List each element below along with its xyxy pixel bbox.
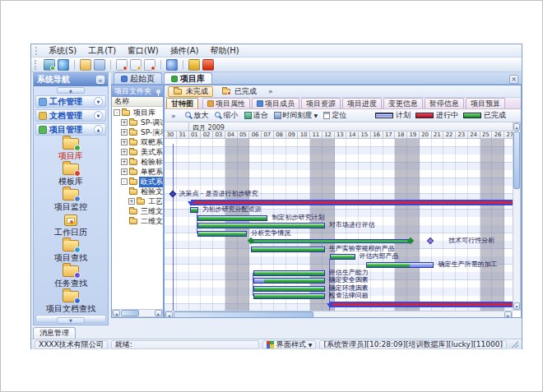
gantt-summary-bar-active[interactable] [191, 200, 513, 205]
tree-item-process-files[interactable]: +工艺文件 [128, 196, 164, 206]
menu-item-plugins[interactable]: 插件(A) [165, 44, 205, 58]
tree-expander-icon[interactable]: + [121, 149, 128, 155]
tree-item-2d-files[interactable]: 二维文件 [128, 216, 164, 226]
gantt-tab-project-progress[interactable]: 项目进度 [342, 98, 382, 108]
tree-item-inspection-standard[interactable]: +检验标准 [121, 157, 164, 167]
filter-complete-button[interactable]: 已完成 [216, 86, 262, 97]
lock-icon[interactable] [188, 59, 200, 71]
filter-incomplete-button[interactable]: 未完成 [168, 86, 213, 97]
help-icon[interactable] [166, 59, 178, 71]
folder-window-icon[interactable] [80, 59, 91, 71]
tree-expander-icon[interactable]: - [114, 109, 120, 116]
scrollbar-thumb[interactable] [174, 311, 313, 318]
gantt-tab-project-budget[interactable]: 项目预算 [466, 98, 505, 108]
chevron-down-icon[interactable]: ▼ [94, 111, 103, 120]
sidebar-group-project-management[interactable]: 项目管理▲ [35, 123, 106, 136]
layout-window-icon[interactable] [94, 59, 105, 71]
menu-item-tools[interactable]: 工具(T) [82, 44, 122, 58]
sidebar-group-document-management[interactable]: 文档管理▼ [35, 109, 106, 122]
menu-item-window[interactable]: 窗口(W) [122, 44, 165, 58]
exit-icon[interactable] [202, 59, 214, 71]
sidebar-scroll-up-button[interactable]: ▲ [57, 87, 85, 94]
tree-expander-icon[interactable]: + [128, 198, 135, 205]
sidebar-item-project-library[interactable]: 项目库 [34, 136, 108, 162]
scroll-left-button[interactable]: ◂ [113, 310, 120, 316]
fit-button[interactable]: 适合 [244, 110, 268, 121]
report-new-icon[interactable] [116, 59, 128, 71]
tree-item-european-series[interactable]: -欧式系列 [121, 177, 164, 187]
tree-item-inspection-files[interactable]: 检验文件 [128, 187, 164, 196]
tree-expander-icon[interactable]: + [121, 119, 128, 126]
scroll-right-button[interactable]: ▸ [155, 310, 162, 316]
locate-button[interactable]: 定位 [323, 110, 346, 121]
sidebar-item-task-search[interactable]: 任务查找 [34, 264, 108, 289]
close-tab-button[interactable]: × [509, 75, 518, 84]
gantt-task-bar[interactable] [253, 270, 325, 276]
tree-expander-icon[interactable]: + [121, 129, 128, 136]
gantt-task-bar[interactable] [190, 207, 198, 213]
tab-start-page[interactable]: 起始页 [114, 72, 162, 84]
globe-icon[interactable] [58, 59, 69, 71]
gantt-task-bar[interactable] [253, 286, 325, 292]
gantt-tab-project-members[interactable]: 项目成员 [252, 98, 299, 108]
tree-item-american-series[interactable]: +美式系列 [121, 147, 164, 157]
tree-item-3d-files[interactable]: 三维文件 [128, 206, 164, 216]
gantt-hscrollbar[interactable]: ◂▸ [165, 311, 513, 318]
scrollbar-thumb[interactable] [121, 310, 139, 316]
tab-project-library[interactable]: 项目库 [164, 72, 212, 84]
sidebar-item-project-search[interactable]: 项目查找 [34, 238, 108, 264]
scrollbar-thumb[interactable] [513, 131, 520, 189]
tree-item-project-library-root[interactable]: -项目库 [114, 108, 157, 118]
tree-item-double-target-series[interactable]: +双靶系列 [121, 137, 164, 147]
tree-expander-icon[interactable]: + [121, 168, 128, 175]
gantt-task-bar[interactable] [251, 247, 325, 252]
scroll-down-button[interactable]: ▾ [513, 302, 520, 310]
zoom-out-button[interactable]: 缩小 [215, 110, 239, 121]
tree-expander-icon[interactable]: + [121, 139, 128, 145]
scroll-left-button[interactable]: ◂ [165, 311, 173, 318]
sidebar-group-work-management[interactable]: 工作管理▼ [35, 95, 106, 108]
gantt-tab-gantt-chart[interactable]: 甘特图 [166, 98, 198, 108]
tree-expander-icon[interactable]: - [121, 178, 128, 185]
tree-hscrollbar[interactable]: ◂▸ [112, 309, 163, 317]
gantt-task-bar[interactable] [253, 293, 325, 299]
pin-icon[interactable] [156, 90, 160, 94]
gantt-tab-change-info[interactable]: 变更信息 [383, 98, 423, 108]
gantt-task-bar[interactable] [253, 278, 325, 284]
interface-style-button[interactable]: 界面样式▼ [262, 340, 317, 349]
sidebar-item-project-document-search[interactable]: 项目文档查找 [34, 289, 108, 315]
gantt-tab-project-properties[interactable]: 项目属性 [202, 98, 250, 108]
report-edit-icon[interactable] [130, 59, 142, 71]
tree-item-sp-debug-series[interactable]: +SP-调试机系 [121, 118, 164, 127]
tree-item-single-target-series[interactable]: +单靶系列 [121, 167, 164, 177]
scroll-right-button[interactable]: ▸ [504, 311, 512, 318]
gantt-task-bar[interactable] [330, 254, 355, 260]
gantt-task-bar[interactable] [197, 215, 268, 221]
gantt-vscrollbar[interactable]: ▴▾ [513, 122, 521, 311]
sidebar-scroll-down-button[interactable]: ▼ [57, 317, 85, 324]
message-management-tab[interactable]: 消息管理 [33, 327, 76, 339]
sidebar-item-work-calendar[interactable]: 工作日历 [34, 213, 108, 238]
chevron-up-icon[interactable]: ▲ [94, 125, 103, 134]
toolbar-overflow-button[interactable]: » [168, 112, 179, 120]
resize-grip[interactable] [512, 341, 518, 348]
computer-icon[interactable] [44, 59, 55, 71]
tree-expander-icon[interactable]: + [121, 159, 128, 165]
zoom-in-button[interactable]: 放大 [185, 110, 209, 121]
gantt-tab-project-resources[interactable]: 项目资源 [301, 98, 341, 108]
gantt-task-bar[interactable] [197, 223, 325, 228]
menu-item-system[interactable]: 系统(S) [43, 44, 82, 58]
gantt-tab-pause-info[interactable]: 暂停信息 [425, 98, 464, 108]
report-delete-icon[interactable] [144, 59, 155, 71]
sidebar-item-project-monitor[interactable]: 项目监控 [34, 187, 108, 213]
gantt-task-bar[interactable] [366, 262, 434, 268]
gantt-summary-bar-done[interactable] [251, 239, 411, 243]
sidebar-collapse-icon[interactable]: « [96, 76, 104, 84]
gantt-task-bar[interactable] [197, 231, 247, 237]
sidebar-item-template-library[interactable]: 模板库 [34, 162, 108, 187]
menu-item-help[interactable]: 帮助(H) [204, 44, 244, 58]
scroll-up-button[interactable]: ▴ [513, 123, 520, 131]
chevron-down-icon[interactable]: ▼ [94, 97, 103, 106]
time-scale-dropdown[interactable]: 时间刻度▼ [274, 110, 318, 121]
gantt-summary-bar-active[interactable] [330, 302, 513, 307]
